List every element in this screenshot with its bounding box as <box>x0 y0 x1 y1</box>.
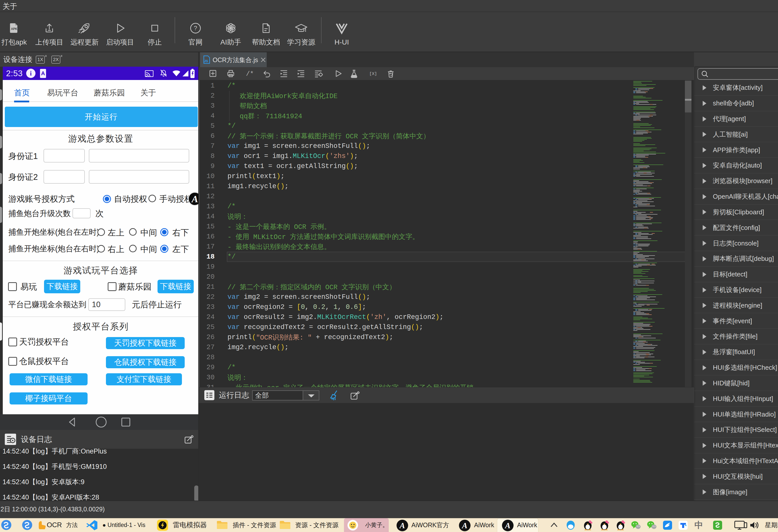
svg-text:/*: /* <box>246 70 254 78</box>
svg-text:JS: JS <box>204 59 208 63</box>
svg-text:APK: APK <box>11 27 17 31</box>
svg-text:?: ? <box>194 25 197 31</box>
svg-text:[X]: [X] <box>369 72 377 76</box>
